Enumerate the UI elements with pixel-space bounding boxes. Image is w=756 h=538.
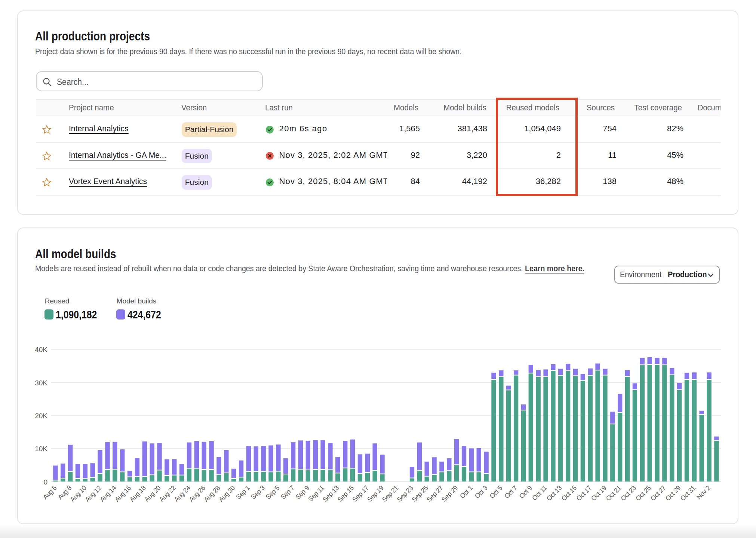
svg-text:Aug 18: Aug 18 (128, 484, 148, 504)
svg-text:Oct 7: Oct 7 (503, 484, 519, 500)
svg-text:Sep 21: Sep 21 (381, 484, 400, 503)
svg-text:Sep 5: Sep 5 (264, 484, 281, 501)
svg-text:Sep 7: Sep 7 (279, 484, 296, 501)
svg-text:Sep 19: Sep 19 (366, 484, 385, 503)
svg-text:Aug 14: Aug 14 (98, 484, 118, 504)
svg-text:Aug 24: Aug 24 (173, 484, 192, 504)
svg-text:Oct 1: Oct 1 (458, 484, 474, 500)
svg-text:Sep 29: Sep 29 (440, 484, 459, 503)
svg-text:Oct 27: Oct 27 (649, 484, 667, 502)
svg-text:Oct 3: Oct 3 (473, 484, 489, 500)
svg-text:Nov 2: Nov 2 (695, 484, 712, 501)
svg-text:Oct 11: Oct 11 (531, 484, 548, 502)
svg-text:Sep 15: Sep 15 (336, 484, 356, 504)
svg-text:Oct 19: Oct 19 (590, 484, 608, 502)
svg-text:Oct 29: Oct 29 (664, 484, 682, 502)
svg-text:Aug 16: Aug 16 (113, 484, 133, 504)
svg-text:Aug 28: Aug 28 (202, 484, 222, 504)
svg-text:Oct 23: Oct 23 (620, 484, 638, 502)
svg-text:Sep 25: Sep 25 (410, 484, 430, 504)
svg-text:Sep 11: Sep 11 (307, 484, 325, 503)
svg-text:Sep 27: Sep 27 (425, 484, 444, 503)
svg-text:10K: 10K (35, 445, 47, 453)
svg-text:Aug 30: Aug 30 (217, 484, 237, 504)
svg-text:Aug 26: Aug 26 (188, 484, 207, 504)
svg-text:Oct 17: Oct 17 (575, 484, 593, 502)
svg-text:40K: 40K (35, 346, 47, 354)
svg-text:Aug 12: Aug 12 (83, 484, 102, 503)
svg-text:Oct 5: Oct 5 (488, 484, 504, 500)
svg-text:Oct 15: Oct 15 (560, 484, 578, 502)
svg-text:Aug 20: Aug 20 (143, 484, 162, 504)
svg-text:Sep 23: Sep 23 (396, 484, 415, 504)
svg-text:Oct 25: Oct 25 (634, 484, 652, 502)
svg-text:Sep 1: Sep 1 (234, 484, 251, 501)
svg-text:Sep 13: Sep 13 (321, 484, 341, 504)
svg-text:0: 0 (43, 478, 47, 486)
svg-text:Aug 6: Aug 6 (42, 484, 58, 501)
svg-text:20K: 20K (35, 412, 47, 420)
svg-text:Oct 31: Oct 31 (679, 484, 697, 502)
svg-text:30K: 30K (35, 379, 47, 387)
svg-text:Sep 3: Sep 3 (249, 484, 266, 501)
svg-text:Aug 22: Aug 22 (158, 484, 177, 503)
svg-text:Oct 21: Oct 21 (605, 484, 623, 502)
svg-text:Oct 13: Oct 13 (545, 484, 563, 502)
svg-text:Aug 10: Aug 10 (69, 484, 88, 504)
svg-text:Sep 17: Sep 17 (351, 484, 370, 503)
